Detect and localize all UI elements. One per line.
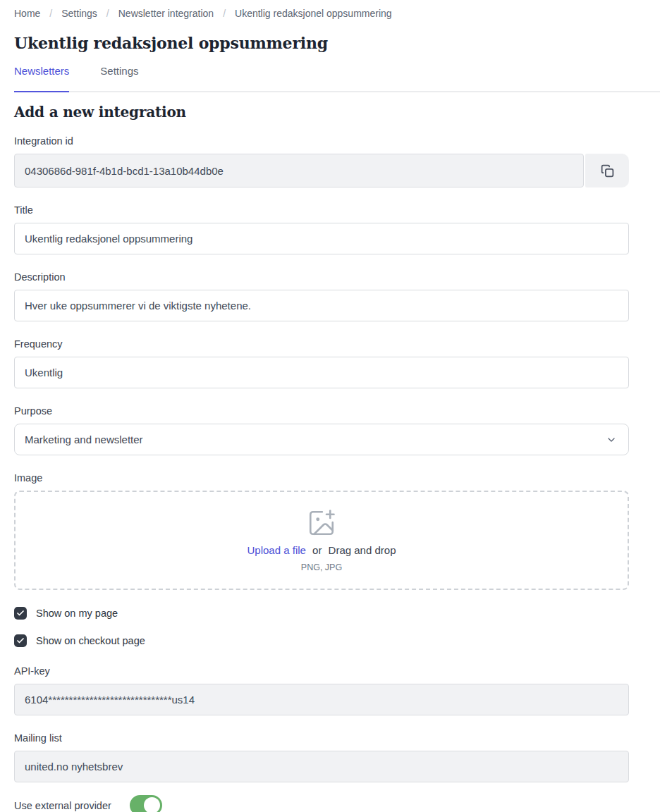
frequency-label: Frequency [14,338,629,350]
purpose-select[interactable]: Marketing and newsletter [14,424,629,455]
purpose-selected-value: Marketing and newsletter [25,433,606,445]
use-external-provider-toggle[interactable] [130,795,162,812]
breadcrumb-home[interactable]: Home [14,8,40,20]
show-on-my-page-label: Show on my page [36,608,118,619]
section-heading: Add a new integration [14,104,629,121]
integration-id-label: Integration id [14,135,629,147]
image-label: Image [14,472,629,484]
show-on-checkout-page-checkbox[interactable] [14,634,27,647]
frequency-input[interactable] [14,357,629,388]
description-input[interactable] [14,290,629,321]
title-field: Title [14,204,629,254]
show-on-checkout-page-row[interactable]: Show on checkout page [14,634,629,647]
breadcrumb-separator: / [223,8,226,20]
upload-or-text: or [312,544,322,556]
breadcrumb: Home / Settings / Newsletter integration… [0,0,660,20]
upload-instructions: Upload a file or Drag and drop [248,544,396,556]
title-input[interactable] [14,223,629,254]
api-key-field: API-key [14,665,629,715]
copy-icon [600,164,615,178]
mailing-list-field: Mailing list [14,732,629,782]
description-field: Description [14,271,629,321]
show-on-my-page-row[interactable]: Show on my page [14,607,629,620]
accepted-formats-text: PNG, JPG [301,562,342,572]
integration-id-field: Integration id [14,135,629,187]
breadcrumb-settings[interactable]: Settings [61,8,97,20]
page-title: Ukentlig redaksjonel oppsummering [14,34,646,53]
image-plus-icon [307,508,336,538]
copy-button[interactable] [585,154,629,187]
breadcrumb-newsletter-integration[interactable]: Newsletter integration [118,8,214,20]
chevron-down-icon [606,434,617,445]
mailing-list-label: Mailing list [14,732,629,744]
tab-bar: Newsletters Settings [14,65,660,92]
check-icon [16,609,25,617]
form-panel: Add a new integration Integration id Tit… [0,92,660,812]
breadcrumb-current-page[interactable]: Ukentlig redaksjonel oppsummering [235,8,392,20]
toggle-knob [144,797,160,812]
breadcrumb-separator: / [106,8,109,20]
check-icon [16,636,25,645]
description-label: Description [14,271,629,283]
show-on-my-page-checkbox[interactable] [14,607,27,620]
api-key-input[interactable] [14,684,629,715]
show-on-checkout-page-label: Show on checkout page [36,635,145,646]
mailing-list-input[interactable] [14,751,629,782]
purpose-label: Purpose [14,405,629,417]
integration-id-input[interactable] [14,154,584,187]
upload-file-link[interactable]: Upload a file [248,544,306,556]
frequency-field: Frequency [14,338,629,388]
image-field: Image Upload a file or Drag and drop PNG… [14,472,629,590]
breadcrumb-separator: / [49,8,52,20]
purpose-field: Purpose Marketing and newsletter [14,405,629,455]
title-label: Title [14,204,629,216]
tab-newsletters[interactable]: Newsletters [14,65,69,92]
api-key-label: API-key [14,665,629,677]
image-dropzone[interactable]: Upload a file or Drag and drop PNG, JPG [14,491,629,590]
use-external-provider-label: Use external provider [14,800,111,811]
tab-settings[interactable]: Settings [100,65,138,92]
drag-drop-text: Drag and drop [329,544,396,556]
use-external-provider-row: Use external provider [14,795,629,812]
